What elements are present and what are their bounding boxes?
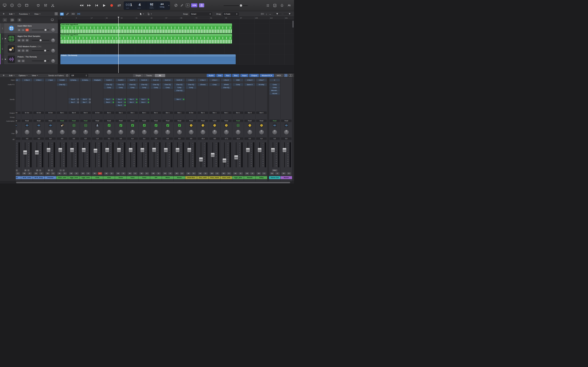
quick-help-icon[interactable]: ? [17, 3, 22, 8]
track-header[interactable]: 1Insert Midi HereMSR [0, 23, 58, 33]
input-monitor-button[interactable]: I [51, 169, 53, 171]
filter-button-output[interactable]: Output [249, 74, 259, 77]
list-editors-icon[interactable] [265, 3, 270, 8]
automation-mode-slot[interactable]: Read [221, 119, 232, 122]
channel-name[interactable]: Room [173, 176, 185, 179]
audio-fx-slot[interactable]: Comp [233, 83, 243, 86]
alerts-bell-icon[interactable] [279, 3, 284, 8]
track-volume-slider[interactable] [32, 30, 49, 30]
input-slot[interactable]: Kont7-8 [127, 79, 138, 81]
audio-fx-slot[interactable]: AdLimit [269, 92, 280, 95]
solo-button[interactable]: S [203, 172, 208, 175]
channel-strip[interactable]: Kont3-4Chan EQCompBus 3Bus 4Bus 1Read0,2… [103, 78, 115, 181]
input-slot[interactable]: ∞ [269, 79, 280, 81]
solo-button[interactable]: S [168, 172, 172, 175]
track-pan-knob[interactable] [51, 38, 55, 42]
track-icon[interactable] [8, 56, 15, 63]
track-solo-button[interactable]: S [22, 60, 25, 62]
send-level-knob[interactable] [148, 99, 149, 100]
track-header[interactable]: 6Polaris - The RemedyMS [0, 54, 58, 65]
send-level-knob[interactable] [77, 101, 79, 103]
fader-thumb[interactable] [117, 148, 121, 152]
pan-knob[interactable] [95, 130, 100, 134]
toolbar-toggle-icon[interactable] [24, 3, 29, 8]
automation-mode-slot[interactable]: Read [104, 119, 114, 122]
send-level-knob[interactable] [112, 99, 114, 100]
track-solo-button[interactable]: S [22, 39, 25, 42]
volume-db-value[interactable]: 0,8 [151, 137, 161, 140]
master-solo-button[interactable]: S [17, 18, 21, 22]
fader-thumb[interactable] [246, 148, 250, 152]
output-slot[interactable]: Bus 1 [151, 111, 161, 114]
channel-strip[interactable]: Kon9-10Chan EQCompBus 3Bus 4Bus 1Read0,4… [138, 78, 150, 181]
audio-fx-slot[interactable]: Comp [174, 86, 185, 89]
channel-name[interactable]: Snar...verb [221, 176, 232, 179]
channel-name[interactable]: Drum Bus [185, 176, 197, 179]
channel-strip[interactable]: ∞Bus 2St OutRead-4,063036121824304050RIM… [21, 78, 33, 181]
input-slot[interactable]: Q-Samp... [80, 79, 91, 81]
audio-fx-slot[interactable]: Comp [115, 86, 126, 89]
list-view-icon[interactable] [60, 13, 64, 16]
volume-db-value[interactable]: 0,0 [57, 137, 67, 140]
volume-db-value[interactable]: 0,0 [186, 137, 196, 140]
channel-strip[interactable]: Q-Samp...Bus 8Bus 7Bus 6Read0,0630361218… [68, 78, 80, 181]
mute-button[interactable]: M [46, 172, 50, 175]
notes-icon[interactable] [272, 3, 277, 8]
mute-button[interactable]: M [257, 172, 261, 175]
mute-button[interactable]: M [233, 172, 237, 175]
master-volume-slider[interactable] [224, 5, 248, 6]
audio-fx-slot[interactable]: Chan EQ [57, 83, 67, 86]
automation-mode-slot[interactable]: Read [69, 119, 79, 122]
volume-db-value[interactable]: 0,0 [281, 137, 292, 140]
solo-mode-badge[interactable]: S [186, 3, 190, 7]
track-mute-button[interactable]: M [17, 39, 21, 42]
channel-name[interactable]: Snare [115, 176, 127, 179]
grid-view-icon[interactable] [55, 12, 58, 16]
pan-knob[interactable] [142, 130, 147, 134]
midi-region[interactable]: GGD OKW AggroRock [60, 23, 232, 33]
waveform-zoom-icon[interactable] [261, 13, 264, 16]
mixer-back-icon[interactable] [2, 74, 5, 77]
mixer-horizontal-scrollbar[interactable] [0, 181, 294, 184]
inspector-icon[interactable] [9, 3, 14, 8]
library-icon[interactable] [2, 3, 7, 8]
track-record-button[interactable]: R [26, 29, 29, 31]
bounce-button[interactable]: Bnc [272, 169, 277, 171]
tracks-menu-edit[interactable]: Edit [9, 13, 15, 15]
fader-thumb[interactable] [47, 148, 50, 152]
input-slot[interactable]: ∞Bus 4 [209, 79, 220, 81]
channel-name[interactable]: Kick [103, 176, 115, 179]
send-level-knob[interactable] [183, 99, 184, 100]
fader-thumb[interactable] [59, 148, 62, 152]
audio-fx-slot[interactable]: Chan EQ [162, 83, 173, 86]
mute-button[interactable]: M [93, 172, 97, 175]
channel-strip[interactable]: ○InputSt OutRead0,063036121824304050RIMS… [45, 78, 56, 181]
pan-knob[interactable] [284, 130, 289, 134]
channel-name[interactable]: GGD...sion [56, 176, 68, 179]
volume-slider-thumb[interactable] [44, 50, 46, 52]
channel-strip[interactable]: ∞Bus 8Space DBus 6Read0,0630361218243040… [244, 78, 256, 181]
automation-mode-slot[interactable]: Read [281, 119, 292, 122]
send-slot[interactable]: Bus 5 [115, 104, 126, 106]
replace-mode-icon[interactable] [173, 3, 178, 7]
volume-db-value[interactable]: 0,0 [162, 137, 173, 140]
audio-fx-slot[interactable]: Comp [127, 86, 138, 89]
track-play-icon[interactable] [5, 38, 6, 39]
audio-fx-slot[interactable]: Chan EQ [174, 89, 185, 92]
audio-fx-slot[interactable]: Comp [162, 86, 173, 89]
solo-button[interactable]: S [145, 172, 149, 175]
mixer-menu-view[interactable]: View [32, 75, 38, 76]
track-pan-knob[interactable] [51, 59, 55, 63]
filter-button-inst[interactable]: Inst [216, 74, 223, 77]
channel-strip[interactable]: ∞Bus 1Chan EQCompSt OutRead0,06303612182… [185, 78, 197, 181]
solo-button[interactable]: S [156, 172, 161, 175]
channel-strip[interactable]: Ko11-12Chan EQCompBus 1Read0,86303612182… [150, 78, 162, 181]
mute-button[interactable]: M [282, 172, 286, 175]
send-level-knob[interactable] [124, 101, 126, 103]
single-pane-icon[interactable] [284, 74, 287, 77]
lcd-display[interactable]: 001 4 BAR BEAT 92 KEEP TEMPO 4/4 Cmaj [124, 1, 170, 10]
output-slot[interactable]: Bus 1 [233, 111, 243, 114]
output-slot[interactable]: Bus 1 [104, 111, 114, 114]
fader-thumb[interactable] [105, 148, 109, 152]
input-slot[interactable]: ∞Bus 1 [186, 79, 196, 81]
